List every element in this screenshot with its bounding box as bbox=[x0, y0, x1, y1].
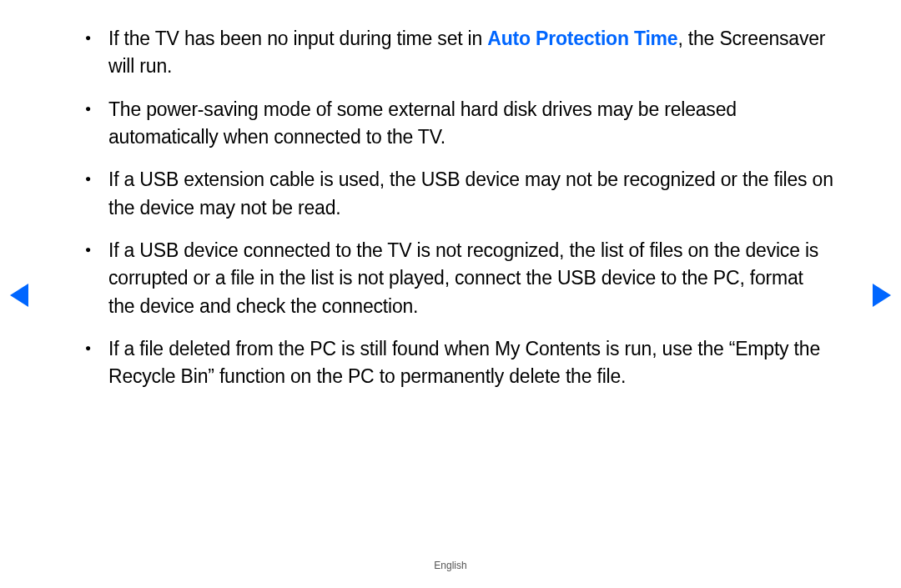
bullet-item: If the TV has been no input during time … bbox=[108, 25, 834, 81]
bullet-text: If a file deleted from the PC is still f… bbox=[108, 338, 820, 387]
previous-page-arrow-icon[interactable] bbox=[10, 284, 28, 307]
bullet-item: If a USB device connected to the TV is n… bbox=[108, 237, 834, 320]
highlight-term: Auto Protection Time bbox=[487, 28, 677, 49]
bullet-text: The power-saving mode of some external h… bbox=[108, 98, 737, 148]
bullet-item: The power-saving mode of some external h… bbox=[108, 96, 834, 152]
document-content: If the TV has been no input during time … bbox=[0, 0, 901, 391]
bullet-text: If a USB device connected to the TV is n… bbox=[108, 239, 818, 317]
next-page-arrow-icon[interactable] bbox=[873, 284, 891, 307]
bullet-item: If a USB extension cable is used, the US… bbox=[108, 166, 834, 222]
bullet-text-prefix: If the TV has been no input during time … bbox=[108, 28, 487, 49]
footer-language: English bbox=[0, 560, 901, 571]
bullet-text: If a USB extension cable is used, the US… bbox=[108, 168, 833, 218]
bullet-item: If a file deleted from the PC is still f… bbox=[108, 335, 834, 391]
bullet-list: If the TV has been no input during time … bbox=[67, 25, 834, 391]
